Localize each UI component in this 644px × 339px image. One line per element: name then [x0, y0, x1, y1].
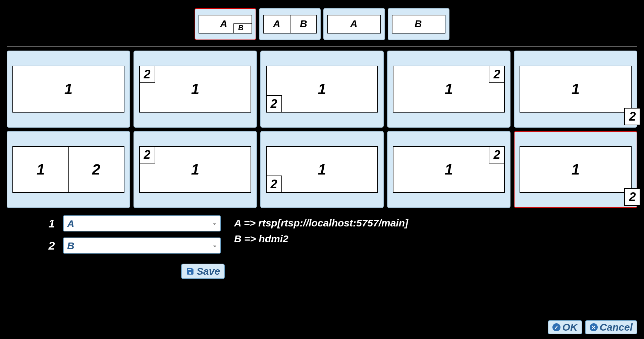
pip-box: 2 — [489, 146, 505, 163]
layout-mode-pip-preview: A B — [199, 15, 252, 33]
split-right-label: 2 — [92, 161, 100, 178]
divider-line — [290, 15, 290, 33]
assignment-select-1[interactable]: A — [63, 215, 221, 231]
pip-label: 2 — [144, 148, 151, 162]
layout-mode-solo-b-label: B — [415, 18, 422, 29]
cancel-button-label: Cancel — [600, 322, 633, 333]
assignment-index-2: 2 — [47, 239, 56, 252]
pip-box: 2 — [624, 188, 640, 206]
divider — [7, 46, 637, 47]
main-label: 1 — [191, 81, 199, 97]
cancel-button[interactable]: ✕ Cancel — [585, 320, 637, 334]
main-label: 1 — [445, 161, 453, 178]
position-cell-3[interactable]: 1 2 — [387, 51, 511, 128]
divider-line — [68, 147, 69, 192]
assignment-select-2[interactable]: B — [63, 238, 221, 254]
save-button[interactable]: Save — [181, 264, 225, 279]
pip-label: 2 — [144, 67, 151, 81]
main-label: 1 — [318, 81, 326, 97]
main-label: 1 — [572, 161, 580, 178]
layout-mode-split-preview: A B — [263, 15, 317, 33]
assignment-row-1: 1 A — [47, 215, 221, 231]
layout-mode-solo-a-label: A — [350, 18, 358, 29]
assignment-index-1: 1 — [47, 217, 56, 230]
ok-button-label: OK — [562, 322, 578, 333]
ok-button[interactable]: ✓ OK — [548, 320, 582, 334]
position-cell-2[interactable]: 1 2 — [260, 51, 384, 128]
layout-mode-pip-a: A — [220, 18, 227, 29]
check-icon: ✓ — [552, 323, 560, 331]
pip-box: 2 — [266, 176, 282, 193]
layout-mode-solo-b-preview: B — [392, 15, 445, 33]
assignment-row-2: 2 B — [47, 238, 221, 254]
position-cell-4[interactable]: 1 2 — [514, 51, 637, 128]
layout-mode-row: A B A B A B — [0, 0, 644, 46]
mapping-a: A => rtsp[rtsp://localhost:5757/main] — [234, 215, 408, 231]
split-left-label: 1 — [37, 161, 45, 178]
main-label: 1 — [191, 161, 199, 178]
pip-label: 2 — [629, 190, 636, 204]
assignment-rows: 1 A 2 B — [47, 215, 221, 254]
main-label: 1 — [64, 81, 72, 97]
main-label: 1 — [318, 161, 326, 178]
assignment-form: 1 A 2 B A => rtsp[rtsp://localhost:5757/… — [0, 208, 644, 254]
pip-box: 2 — [624, 108, 640, 125]
layout-mode-split-b: B — [300, 18, 307, 29]
layout-mode-solo-a[interactable]: A — [323, 8, 385, 40]
position-preview: 1 2 — [12, 146, 125, 193]
position-preview: 1 2 — [139, 66, 252, 113]
position-preview: 1 — [12, 66, 125, 113]
save-icon — [186, 267, 195, 276]
main-label: 1 — [445, 81, 453, 97]
pip-box: 2 — [266, 95, 282, 113]
position-cell-9[interactable]: 1 2 — [514, 131, 637, 208]
position-preview: 1 2 — [520, 66, 632, 113]
position-preview: 1 2 — [393, 66, 505, 113]
position-preview: 1 2 — [266, 146, 378, 193]
pip-box: 2 — [139, 66, 155, 83]
pip-label: 2 — [629, 110, 636, 124]
position-preview: 1 2 — [266, 66, 378, 113]
layout-mode-split-a: A — [273, 18, 280, 29]
position-preview: 1 2 — [393, 146, 505, 193]
position-grid: 1 1 2 1 2 1 2 1 2 — [0, 51, 644, 208]
position-cell-7[interactable]: 1 2 — [260, 131, 384, 208]
layout-mode-solo-b[interactable]: B — [388, 8, 449, 40]
position-preview: 1 2 — [520, 146, 632, 193]
layout-mode-split[interactable]: A B — [259, 8, 321, 40]
layout-mode-pip[interactable]: A B — [195, 8, 256, 40]
main-label: 1 — [572, 81, 580, 97]
layout-mode-pip-b: B — [238, 23, 244, 32]
close-icon: ✕ — [590, 323, 598, 331]
mapping-b: B => hdmi2 — [234, 231, 408, 247]
dialog-footer: ✓ OK ✕ Cancel — [548, 320, 637, 334]
position-cell-8[interactable]: 1 2 — [387, 131, 511, 208]
position-cell-5[interactable]: 1 2 — [7, 131, 130, 208]
position-cell-6[interactable]: 1 2 — [133, 131, 257, 208]
pip-label: 2 — [493, 148, 500, 162]
pip-label: 2 — [493, 67, 500, 81]
layout-mode-solo-a-preview: A — [327, 15, 381, 33]
save-button-label: Save — [197, 266, 220, 277]
pip-box: 2 — [489, 66, 505, 83]
pip-label: 2 — [271, 97, 277, 111]
position-cell-0[interactable]: 1 — [7, 51, 130, 128]
position-cell-1[interactable]: 1 2 — [133, 51, 257, 128]
pip-box: 2 — [139, 146, 155, 163]
pip-label: 2 — [271, 177, 277, 191]
position-preview: 1 2 — [139, 146, 252, 193]
source-mappings: A => rtsp[rtsp://localhost:5757/main] B … — [234, 215, 408, 247]
